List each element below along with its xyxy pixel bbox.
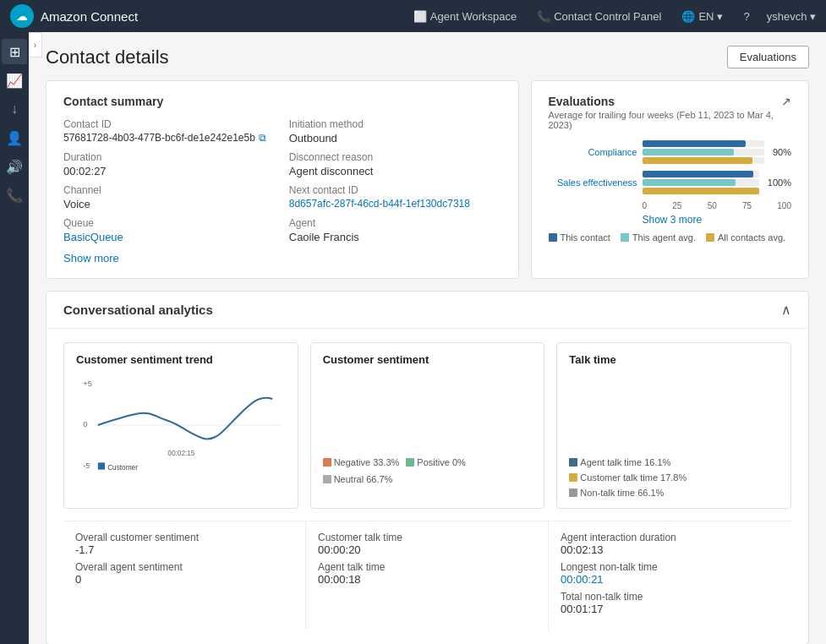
disconnect-reason-label: Disconnect reason	[289, 151, 501, 163]
language-btn[interactable]: 🌐 EN ▾	[678, 8, 726, 25]
agent-label: Agent	[289, 217, 501, 229]
top-nav: ☁ Amazon Connect ⬜ Agent Workspace 📞 Con…	[0, 0, 826, 32]
total-non-talk-stat: Total non-talk time 00:01:17	[561, 591, 780, 615]
compliance-pct: 90%	[773, 147, 791, 157]
top-row: Contact summary Contact ID 57681728-4b03…	[46, 80, 809, 279]
help-icon: ?	[743, 10, 749, 23]
collapse-sidebar-btn[interactable]: ›	[29, 32, 42, 57]
svg-text:-5: -5	[83, 461, 90, 470]
sentiment-legend: Negative 33.3% Positive 0% Neutral 66.7%	[323, 457, 533, 484]
evaluations-button[interactable]: Evaluations	[727, 46, 809, 68]
sidebar: ⊞ 📈 ↓ 👤 🔊 📞	[0, 32, 29, 644]
sidebar-item-users[interactable]: 👤	[2, 125, 27, 150]
sales-pct: 100%	[768, 177, 791, 188]
show-more-link[interactable]: Show more	[63, 252, 119, 265]
eval-x-axis: 0 25 50 75 100	[643, 201, 792, 210]
negative-legend: Negative 33.3%	[323, 457, 400, 467]
next-contact-id-field: Next contact ID 8d657afc-287f-46cd-b44f-…	[289, 184, 501, 210]
contact-summary-title: Contact summary	[63, 95, 501, 108]
non-talk-legend: Non-talk time 66.1%	[569, 488, 664, 498]
svg-rect-5	[98, 462, 105, 469]
sentiment-trend-svg: +5 0 -5 00:02:15 Customer	[76, 374, 286, 476]
customer-talk-legend: Customer talk time 17.8%	[569, 472, 687, 483]
sales-bar-group	[643, 171, 759, 194]
sidebar-item-dashboard[interactable]: ⊞	[2, 39, 27, 64]
contact-id-field: Contact ID 57681728-4b03-477B-bc6f-de1e2…	[63, 118, 276, 145]
eval-expand-icon[interactable]: ↗	[781, 95, 791, 108]
svg-text:+5: +5	[83, 379, 92, 388]
eval-bars: Compliance	[549, 140, 792, 194]
sales-effectiveness-label: Sales effectiveness	[549, 177, 637, 188]
overall-customer-sentiment: Overall customer sentiment -1.7	[75, 532, 293, 556]
customer-talk-time-stat: Customer talk time 00:00:20	[318, 532, 536, 556]
agent-talk-time-stat: Agent talk time 00:00:18	[318, 561, 536, 586]
sidebar-item-phone[interactable]: 📞	[2, 183, 27, 208]
svg-text:00:02:15: 00:02:15	[167, 450, 195, 457]
compliance-bar-row: Compliance	[549, 140, 792, 164]
queue-field: Queue BasicQueue	[63, 217, 276, 243]
sales-effectiveness-bar-row: Sales effectiveness	[549, 171, 792, 194]
nav-actions: ⬜ Agent Workspace 📞 Contact Control Pane…	[410, 8, 816, 25]
overall-agent-sentiment: Overall agent sentiment 0	[75, 561, 293, 586]
page-title: Contact details	[46, 46, 169, 68]
next-contact-id-value[interactable]: 8d657afc-287f-46cd-b44f-1ef130dc7318	[289, 198, 501, 210]
duration-field: Duration 00:02:27	[63, 151, 276, 177]
contact-control-panel-btn[interactable]: 📞 Contact Control Panel	[533, 8, 665, 25]
stats-row: Overall customer sentiment -1.7 Overall …	[63, 521, 791, 630]
sentiment-trend-title: Customer sentiment trend	[76, 353, 286, 366]
customer-sentiment-card: Customer sentiment Negative 33.3%	[310, 342, 545, 509]
sentiment-stats: Overall customer sentiment -1.7 Overall …	[63, 521, 306, 630]
initiation-method-field: Initiation method Outbound	[289, 118, 501, 145]
interaction-stats: Agent interaction duration 00:02:13 Long…	[549, 521, 791, 630]
phone-nav-icon: 📞	[537, 10, 550, 23]
queue-value[interactable]: BasicQueue	[63, 231, 276, 243]
duration-label: Duration	[63, 151, 276, 163]
sidebar-item-downloads[interactable]: ↓	[2, 96, 27, 122]
contact-id-value: 57681728-4b03-477B-bc6f-de1e242e1e5b ⧉	[63, 132, 276, 144]
logo-icon: ☁	[10, 4, 34, 28]
eval-legend: This contact This agent avg. All contact…	[549, 232, 792, 243]
agent-value: Caoile Francis	[289, 231, 501, 243]
eval-title: Evaluations	[549, 95, 782, 108]
eval-header: Evaluations Average for trailing four we…	[549, 95, 792, 130]
sidebar-item-analytics[interactable]: 📈	[2, 68, 27, 93]
user-chevron-icon: ▾	[810, 10, 816, 23]
eval-show-more[interactable]: Show 3 more	[643, 214, 792, 226]
agent-workspace-btn[interactable]: ⬜ Agent Workspace	[410, 8, 520, 25]
legend-all-avg: All contacts avg.	[706, 232, 785, 243]
neutral-legend: Neutral 66.7%	[323, 474, 393, 484]
channel-field: Channel Voice	[63, 184, 276, 210]
channel-value: Voice	[63, 198, 276, 210]
user-menu[interactable]: yshevch ▾	[767, 10, 816, 23]
copy-icon[interactable]: ⧉	[259, 132, 266, 144]
charts-row: Customer sentiment trend +5 0 -5	[63, 342, 791, 509]
agent-workspace-icon: ⬜	[413, 10, 427, 23]
svg-text:0: 0	[83, 420, 87, 428]
svg-text:Customer: Customer	[107, 464, 138, 472]
talk-time-card: Talk time Agent talk time 16.1%	[556, 342, 791, 509]
collapse-icon[interactable]: ∧	[781, 302, 791, 318]
positive-legend: Positive 0%	[406, 457, 465, 467]
app-title: Amazon Connect	[41, 9, 138, 24]
next-contact-id-label: Next contact ID	[289, 184, 501, 196]
duration-value: 00:02:27	[63, 165, 276, 177]
conversational-analytics-section: Conversational analytics ∧ Customer sent…	[46, 291, 809, 644]
analytics-title: Conversational analytics	[63, 303, 213, 317]
agent-field: Agent Caoile Francis	[289, 217, 501, 243]
sidebar-item-volume[interactable]: 🔊	[2, 154, 27, 179]
talk-time-stats: Customer talk time 00:00:20 Agent talk t…	[306, 521, 549, 630]
sentiment-trend-card: Customer sentiment trend +5 0 -5	[63, 342, 298, 509]
app-logo: ☁ Amazon Connect	[10, 4, 138, 28]
page-header: Contact details Evaluations	[46, 46, 809, 68]
channel-label: Channel	[63, 184, 276, 196]
help-btn[interactable]: ?	[740, 8, 752, 25]
compliance-bar-group	[643, 140, 764, 164]
evaluations-card: Evaluations Average for trailing four we…	[531, 80, 810, 279]
longest-non-talk-stat: Longest non-talk time 00:00:21	[561, 561, 780, 586]
disconnect-reason-value: Agent disconnect	[289, 165, 501, 177]
legend-agent-avg: This agent avg.	[621, 232, 696, 243]
main-content: Contact details Evaluations Contact summ…	[29, 32, 826, 644]
talk-time-title: Talk time	[569, 353, 779, 366]
chevron-down-icon: ▾	[717, 10, 723, 23]
contact-summary-grid: Contact ID 57681728-4b03-477B-bc6f-de1e2…	[63, 118, 501, 243]
